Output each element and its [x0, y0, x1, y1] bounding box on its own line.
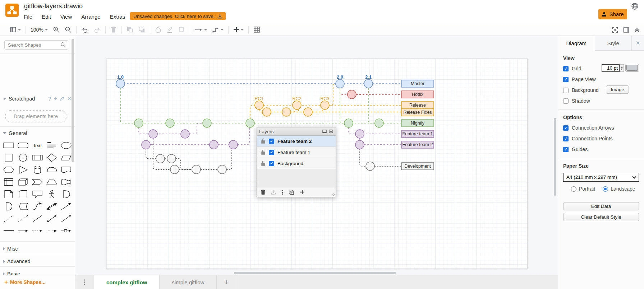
shape-textbox[interactable] — [45, 139, 59, 152]
shape-or[interactable] — [59, 188, 73, 200]
scratchpad-header[interactable]: Scratchpad ? + ✕ — [0, 94, 75, 103]
grid-size-input[interactable] — [602, 64, 620, 72]
unlock-icon[interactable] — [261, 150, 266, 155]
scratchpad-close-icon[interactable]: ✕ — [67, 96, 72, 102]
edge-dashed-arrow[interactable] — [30, 225, 45, 237]
layer-row-feature-team-2[interactable]: ✓ Feature team 2 — [257, 136, 336, 147]
connection-points-checkbox[interactable]: ✓ — [563, 136, 569, 141]
lane-label-master[interactable]: Master — [401, 80, 434, 87]
layers-dialog-titlebar[interactable]: Layers — [257, 127, 336, 136]
add-layer-icon[interactable] — [300, 190, 305, 195]
menu-extras[interactable]: Extras — [110, 14, 125, 20]
panel-close-icon[interactable]: ✕ — [632, 36, 644, 50]
guides-checkbox[interactable]: ✓ — [563, 147, 569, 152]
add-page-button[interactable]: + — [217, 275, 236, 289]
shape-hexagon[interactable] — [1, 164, 16, 176]
portrait-radio[interactable] — [571, 186, 576, 192]
shape-rectangle[interactable] — [1, 139, 16, 152]
connection-style-button[interactable] — [195, 27, 207, 32]
shape-internal-storage[interactable] — [1, 176, 16, 188]
grid-color-button[interactable] — [625, 64, 639, 72]
scratchpad-dropzone[interactable]: Drag elements here — [5, 110, 66, 122]
lane-label-hotfix[interactable]: Hotfix — [401, 91, 434, 98]
shape-dotted-line[interactable] — [16, 213, 30, 225]
undo-button[interactable] — [81, 27, 88, 33]
background-image-button[interactable]: Image — [606, 85, 629, 94]
layer-visibility-checkbox[interactable]: ✓ — [269, 150, 274, 155]
zoom-dropdown[interactable]: 100% — [31, 27, 48, 33]
menu-view[interactable]: View — [60, 14, 72, 20]
layer-row-feature-team-1[interactable]: ✓ Feature team 1 — [257, 147, 336, 158]
layer-visibility-checkbox[interactable]: ✓ — [269, 139, 274, 144]
waypoint-style-button[interactable] — [212, 27, 224, 33]
shape-tape[interactable] — [59, 176, 73, 188]
page-view-checkbox[interactable]: ✓ — [563, 77, 569, 82]
edit-data-button[interactable]: Edit Data — [564, 202, 639, 210]
shape-actor[interactable] — [45, 188, 59, 200]
lane-label-feature-team-2[interactable]: Feature team 2 — [401, 141, 434, 148]
shape-note[interactable] — [1, 188, 16, 200]
page-tab-simple-gitflow[interactable]: simple gitflow — [160, 275, 217, 289]
layers-dialog[interactable]: Layers ✓ Feature team 2 ✓ Feature team 1… — [257, 127, 336, 197]
to-front-button[interactable] — [126, 26, 133, 33]
clear-default-style-button[interactable]: Clear Default Style — [564, 213, 639, 221]
shape-data-storage[interactable] — [16, 200, 30, 213]
shape-triangle[interactable] — [16, 164, 30, 176]
fill-color-button[interactable] — [155, 26, 161, 33]
search-icon[interactable] — [60, 42, 66, 47]
layer-row-background[interactable]: ✓ Background — [257, 158, 336, 169]
shape-line[interactable] — [30, 213, 45, 225]
delete-layer-icon[interactable] — [261, 190, 266, 195]
scratchpad-help-icon[interactable]: ? — [48, 96, 51, 102]
fullscreen-button[interactable] — [612, 27, 618, 33]
minimize-icon[interactable] — [322, 129, 327, 134]
edit-layer-icon[interactable] — [281, 190, 283, 195]
shape-document[interactable] — [59, 164, 73, 176]
shape-square[interactable] — [1, 152, 16, 164]
search-shapes-input[interactable] — [4, 40, 68, 50]
more-shapes-button[interactable]: + More Shapes... — [0, 275, 75, 289]
version-tags[interactable]: 1.0 2.0 2.1 RC1 RC2 RC3 — [117, 74, 372, 101]
close-icon[interactable] — [328, 129, 334, 134]
sidebar-scrollbar[interactable] — [72, 39, 74, 162]
canvas-horizontal-scrollbar[interactable] — [234, 272, 396, 274]
edge-link[interactable] — [1, 225, 16, 237]
connection-arrows-checkbox[interactable]: ✓ — [563, 125, 569, 131]
shape-arrow[interactable] — [59, 200, 73, 213]
shape-curve[interactable] — [30, 200, 45, 213]
shape-process[interactable] — [30, 152, 45, 164]
view-options-button[interactable] — [10, 26, 21, 33]
grid-size-stepper[interactable] — [620, 64, 624, 72]
duplicate-layer-icon[interactable] — [289, 190, 294, 195]
shape-arrow-line[interactable] — [59, 213, 73, 225]
lane-label-development[interactable]: Development — [401, 163, 434, 170]
unlock-icon[interactable] — [261, 139, 266, 144]
pages-menu-button[interactable] — [75, 275, 94, 289]
menu-edit[interactable]: Edit — [42, 14, 51, 20]
resize-handle[interactable] — [331, 192, 335, 196]
scratchpad-edit-icon[interactable] — [60, 97, 64, 101]
line-color-button[interactable] — [166, 26, 173, 33]
shape-rounded-rectangle[interactable] — [16, 139, 30, 152]
zoom-in-button[interactable] — [53, 26, 60, 33]
shape-ellipse[interactable] — [59, 139, 73, 152]
to-back-button[interactable] — [138, 26, 145, 33]
shape-cloud[interactable] — [45, 164, 59, 176]
menu-arrange[interactable]: Arrange — [81, 14, 100, 20]
scratchpad-add-icon[interactable]: + — [54, 95, 57, 102]
redo-button[interactable] — [93, 27, 101, 33]
section-misc[interactable]: Misc — [0, 244, 75, 253]
lane-label-nightly[interactable]: Nightly — [401, 120, 434, 127]
shape-and[interactable] — [1, 200, 16, 213]
format-panel-toggle[interactable] — [623, 27, 629, 33]
landscape-radio[interactable] — [603, 186, 608, 192]
shape-text[interactable]: Text — [30, 139, 45, 152]
collapse-toolbar-button[interactable] — [634, 27, 640, 33]
background-checkbox[interactable] — [563, 88, 569, 93]
shape-cube[interactable] — [16, 176, 30, 188]
shape-trapezoid[interactable] — [45, 176, 59, 188]
shape-double-arrow-line[interactable] — [45, 213, 59, 225]
commit-nodes[interactable] — [116, 79, 383, 174]
canvas-vertical-scrollbar[interactable] — [554, 118, 556, 196]
zoom-out-button[interactable] — [65, 26, 72, 33]
